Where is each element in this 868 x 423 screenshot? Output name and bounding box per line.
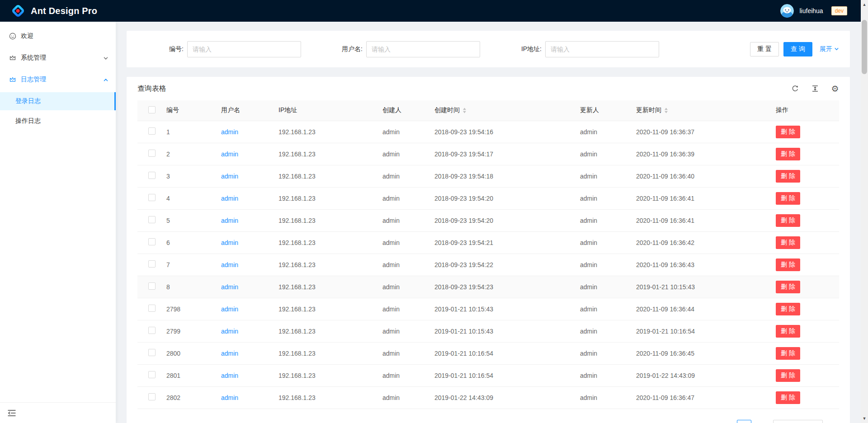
row-checkbox[interactable] — [148, 282, 156, 290]
table-row: 2802 admin 192.168.1.23 admin 2019-01-22… — [137, 386, 839, 409]
expand-link[interactable]: 展开 — [820, 45, 839, 53]
cell-creator: admin — [375, 187, 427, 209]
setting-gear-icon[interactable]: ⚙ — [831, 85, 839, 93]
username-link[interactable]: admin — [221, 239, 238, 246]
username-link[interactable]: admin — [221, 150, 238, 158]
sidebar-item-label: 操作日志 — [15, 117, 41, 125]
search-form: 编号: 用户名: IP地址: 重 置 查 询 展开 — [127, 31, 850, 67]
reload-icon[interactable] — [791, 85, 799, 93]
sorter-icon[interactable] — [462, 108, 467, 113]
delete-button[interactable]: 删 除 — [776, 281, 800, 293]
row-checkbox[interactable] — [148, 216, 156, 223]
sidebar-item-label: 欢迎 — [21, 32, 108, 40]
scrollbar[interactable]: ▲ ▼ — [861, 0, 868, 423]
row-checkbox[interactable] — [148, 327, 156, 334]
username-link[interactable]: admin — [221, 195, 238, 202]
sidebar-footer — [0, 402, 116, 423]
row-checkbox[interactable] — [148, 260, 156, 268]
cell-create-time: 2018-09-23 19:54:23 — [427, 276, 573, 298]
user-avatar[interactable] — [780, 4, 794, 18]
cell-creator: admin — [375, 276, 427, 298]
cell-creator: admin — [375, 298, 427, 320]
delete-button[interactable]: 删 除 — [776, 303, 800, 315]
delete-button[interactable]: 删 除 — [776, 192, 800, 205]
table-row: 2801 admin 192.168.1.23 admin 2019-01-21… — [137, 364, 839, 386]
delete-button[interactable]: 删 除 — [776, 214, 800, 227]
username-link[interactable]: admin — [221, 350, 238, 357]
username-link[interactable]: admin — [221, 328, 238, 335]
menu-fold-icon[interactable] — [8, 409, 17, 417]
username-link[interactable]: admin — [221, 128, 238, 136]
sidebar-item-login-log[interactable]: 登录日志 — [0, 92, 116, 110]
scrollbar-down-arrow[interactable]: ▼ — [861, 415, 868, 422]
scrollbar-thumb[interactable] — [862, 20, 867, 74]
delete-button[interactable]: 删 除 — [776, 391, 800, 404]
cell-update-time: 2020-11-09 16:36:45 — [629, 342, 769, 364]
row-checkbox[interactable] — [148, 172, 156, 179]
delete-button[interactable]: 删 除 — [776, 170, 800, 183]
row-checkbox[interactable] — [148, 238, 156, 245]
username-link[interactable]: admin — [221, 261, 238, 268]
cell-id: 2802 — [159, 386, 214, 409]
column-header-update-time[interactable]: 更新时间 — [629, 100, 769, 121]
row-checkbox[interactable] — [148, 349, 156, 356]
cell-creator: admin — [375, 320, 427, 342]
cell-update-time: 2020-11-09 16:36:47 — [629, 386, 769, 409]
column-header-updater: 更新人 — [573, 100, 629, 121]
select-all-checkbox[interactable] — [148, 106, 156, 113]
sidebar-item-log-management[interactable]: 日志管理 — [0, 70, 116, 89]
query-button[interactable]: 查 询 — [783, 42, 812, 56]
username-link[interactable]: admin — [221, 372, 238, 379]
ip-input[interactable] — [545, 41, 659, 57]
user-name: liufeihua — [799, 7, 823, 14]
cell-ip: 192.168.1.23 — [271, 143, 375, 165]
delete-button[interactable]: 删 除 — [776, 258, 800, 271]
sidebar-item-system-management[interactable]: 系统管理 — [0, 49, 116, 67]
delete-button[interactable]: 删 除 — [776, 369, 800, 382]
row-checkbox[interactable] — [148, 371, 156, 378]
delete-button[interactable]: 删 除 — [776, 126, 800, 138]
row-checkbox[interactable] — [148, 127, 156, 135]
page-size-select[interactable] — [773, 420, 823, 423]
sidebar-item-welcome[interactable]: 欢迎 — [0, 27, 116, 45]
sidebar-item-operation-log[interactable]: 操作日志 — [0, 112, 116, 130]
sort-caret-down-icon — [462, 111, 467, 113]
column-header-create-time[interactable]: 创建时间 — [427, 100, 573, 121]
id-input[interactable] — [187, 41, 301, 57]
username-input[interactable] — [366, 41, 480, 57]
cell-update-time: 2020-11-09 16:36:43 — [629, 254, 769, 276]
username-link[interactable]: admin — [221, 173, 238, 180]
cell-update-time: 2020-11-09 16:36:41 — [629, 209, 769, 231]
scrollbar-up-arrow[interactable]: ▲ — [861, 1, 868, 8]
delete-button[interactable]: 删 除 — [776, 325, 800, 338]
username-link[interactable]: admin — [221, 217, 238, 224]
next-page-button[interactable] — [755, 420, 769, 423]
cell-id: 5 — [159, 209, 214, 231]
table-row: 5 admin 192.168.1.23 admin 2018-09-23 19… — [137, 209, 839, 231]
delete-button[interactable]: 删 除 — [776, 148, 800, 160]
username-link[interactable]: admin — [221, 394, 238, 401]
row-checkbox[interactable] — [148, 194, 156, 201]
user-menu-trigger[interactable]: liufeihua dev — [780, 4, 847, 18]
username-link[interactable]: admin — [221, 306, 238, 313]
cell-updater: admin — [573, 298, 629, 320]
delete-button[interactable]: 删 除 — [776, 236, 800, 249]
page-1-button[interactable] — [737, 420, 751, 423]
reset-button[interactable]: 重 置 — [750, 42, 779, 56]
cell-id: 6 — [159, 231, 214, 254]
cell-updater: admin — [573, 342, 629, 364]
sorter-icon[interactable] — [664, 108, 668, 113]
prev-page-button[interactable] — [719, 420, 733, 423]
cell-update-time: 2019-01-22 14:43:09 — [629, 364, 769, 386]
chevron-down-icon — [103, 55, 108, 61]
table-header-row: 编号 用户名 IP地址 创建人 创建时间 — [137, 100, 839, 121]
delete-button[interactable]: 删 除 — [776, 347, 800, 360]
row-checkbox[interactable] — [148, 305, 156, 312]
brand-home-link[interactable]: Ant Design Pro — [11, 4, 97, 18]
cell-creator: admin — [375, 165, 427, 187]
sort-caret-down-icon — [664, 111, 668, 113]
column-height-icon[interactable] — [811, 85, 819, 93]
username-link[interactable]: admin — [221, 283, 238, 291]
row-checkbox[interactable] — [148, 150, 156, 157]
row-checkbox[interactable] — [148, 393, 156, 400]
